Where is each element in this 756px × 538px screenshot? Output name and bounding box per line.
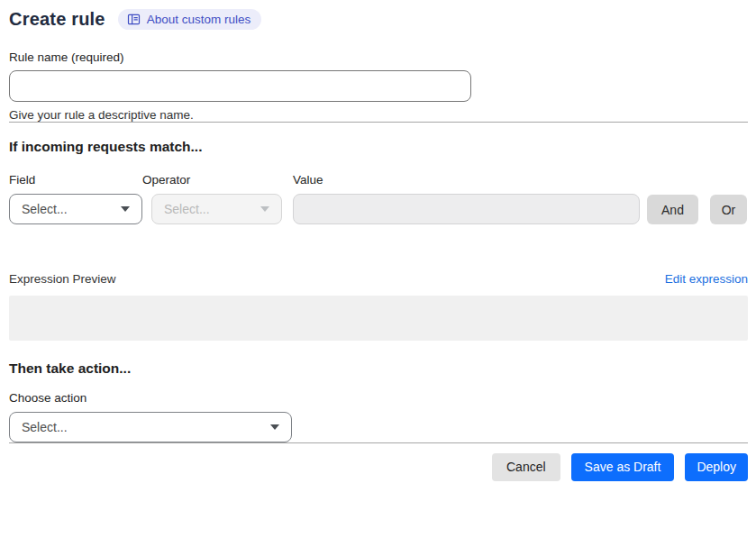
- choose-action-label: Choose action: [9, 391, 748, 405]
- section-divider: [9, 122, 748, 123]
- operator-select-value: Select...: [164, 202, 210, 216]
- chevron-down-icon: [121, 206, 130, 212]
- footer-actions: Cancel Save as Draft Deploy: [9, 453, 748, 481]
- book-icon: [127, 13, 141, 26]
- expression-preview-label: Expression Preview: [9, 272, 116, 286]
- footer-divider: [9, 442, 748, 443]
- or-button[interactable]: Or: [710, 195, 747, 224]
- save-as-draft-button[interactable]: Save as Draft: [571, 453, 675, 481]
- value-control: Value: [293, 173, 640, 224]
- rule-name-helper-text: Give your rule a descriptive name.: [9, 108, 748, 122]
- page-header: Create rule About custom rules: [9, 7, 748, 32]
- deploy-button[interactable]: Deploy: [685, 453, 748, 481]
- expression-preview-box: [9, 296, 748, 341]
- match-section-title: If incoming requests match...: [9, 139, 748, 155]
- operator-control: Operator Select...: [142, 173, 282, 224]
- chevron-down-icon: [270, 424, 279, 430]
- rule-name-group: Rule name (required) Give your rule a de…: [9, 50, 748, 122]
- chevron-down-icon: [260, 206, 269, 212]
- rule-name-label: Rule name (required): [9, 50, 748, 64]
- action-section-title: Then take action...: [9, 360, 748, 377]
- value-label: Value: [293, 173, 640, 187]
- operator-label: Operator: [142, 173, 282, 187]
- create-rule-page: Create rule About custom rules Rule name…: [0, 0, 756, 538]
- choose-action-select[interactable]: Select...: [9, 412, 292, 442]
- choose-action-select-value: Select...: [22, 420, 68, 434]
- and-button[interactable]: And: [647, 195, 698, 224]
- field-select[interactable]: Select...: [9, 194, 142, 224]
- cancel-button[interactable]: Cancel: [492, 453, 560, 481]
- match-controls-row: Field Select... Operator Select... Value…: [9, 173, 748, 224]
- rule-name-input[interactable]: [9, 70, 471, 102]
- page-title: Create rule: [9, 9, 105, 30]
- field-select-value: Select...: [22, 202, 68, 216]
- about-custom-rules-link[interactable]: About custom rules: [118, 9, 262, 30]
- operator-select: Select...: [151, 194, 282, 224]
- field-control: Field Select...: [9, 173, 142, 224]
- about-custom-rules-label: About custom rules: [147, 14, 251, 26]
- value-input: [293, 194, 640, 224]
- edit-expression-link[interactable]: Edit expression: [665, 272, 748, 286]
- expression-preview-header: Expression Preview Edit expression: [9, 272, 748, 286]
- field-label: Field: [9, 173, 142, 187]
